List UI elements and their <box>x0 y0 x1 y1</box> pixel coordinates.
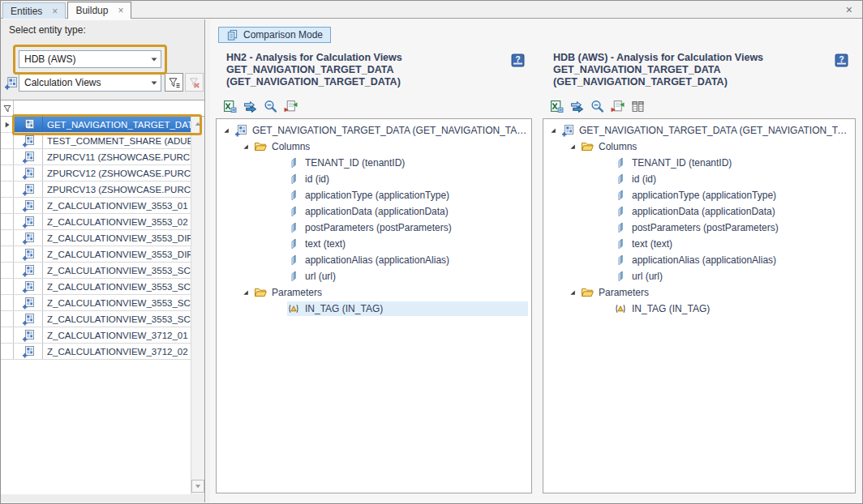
entity-list-item[interactable]: Z_CALCULATIONVIEW_3553_DIRECT <box>1 246 191 263</box>
tab-buildup[interactable]: Buildup× <box>67 2 131 19</box>
export-excel-icon[interactable] <box>223 100 237 113</box>
tree-row-body: Parameters <box>254 285 528 300</box>
entity-list-item[interactable]: Z_CALCULATIONVIEW_3553_SCRIPT <box>1 279 191 295</box>
tree-group-columns[interactable]: Columns <box>543 139 855 155</box>
expand-toggle-icon[interactable] <box>567 141 578 152</box>
tree-item-node[interactable]: url (url) <box>217 268 531 284</box>
transfer-doc-icon[interactable] <box>611 100 625 113</box>
tree-item-label: Parameters <box>272 287 322 298</box>
comparison-pages-icon <box>226 29 238 41</box>
system-select[interactable]: HDB (AWS) <box>19 50 161 68</box>
entity-list-item[interactable]: Z_CALCULATIONVIEW_3712_02 (ZSF <box>1 344 191 360</box>
entity-list-item[interactable]: Z_CALCULATIONVIEW_3553_DIRECT <box>1 230 191 246</box>
entity-list-item[interactable]: Z_CALCULATIONVIEW_3553_01 (ZSF <box>1 198 191 214</box>
application-window: Entities×Buildup× × Select entity type: … <box>0 0 863 504</box>
sync-arrows-icon[interactable] <box>570 100 584 113</box>
tree-row-body: id (id) <box>287 172 528 186</box>
expand-toggle-icon[interactable] <box>221 125 232 136</box>
zoom-out-icon[interactable] <box>264 100 277 113</box>
tree-item-label: applicationAlias (applicationAlias) <box>305 254 449 266</box>
tab-entities[interactable]: Entities× <box>2 2 66 19</box>
tree-item-node[interactable]: IN_TAG (IN_TAG) <box>217 301 531 317</box>
entity-list-item[interactable]: Z_CALCULATIONVIEW_3553_SCRIPT <box>1 263 191 279</box>
help-icon[interactable]: ? <box>511 53 525 67</box>
entity-list-item[interactable]: ZPURCV13 (ZSHOWCASE.PURCHASIN <box>1 182 191 198</box>
tab-close-icon[interactable]: × <box>52 6 58 16</box>
tree-item-node[interactable]: applicationAlias (applicationAlias) <box>217 252 531 268</box>
expand-toggle-icon[interactable] <box>240 287 251 298</box>
tree-root-node[interactable]: GET_NAVIGATION_TARGET_DATA (GET_NAVIGATI… <box>543 122 855 139</box>
expand-toggle-icon[interactable] <box>240 141 251 152</box>
scroll-down-button[interactable] <box>191 480 204 493</box>
window-close-icon[interactable]: × <box>846 3 852 16</box>
tree-item-node[interactable]: applicationType (applicationType) <box>543 187 855 203</box>
tree-row-body: applicationType (applicationType) <box>614 188 852 203</box>
parameter-icon <box>287 302 300 315</box>
tab-close-icon[interactable]: × <box>118 6 123 15</box>
row-indicator <box>1 279 14 294</box>
toggle-spacer <box>600 206 612 217</box>
tree-item-node[interactable]: TENANT_ID (tenantID) <box>543 155 855 171</box>
column-icon <box>614 270 627 283</box>
expand-toggle-icon[interactable] <box>547 125 559 136</box>
tab-bar: Entities×Buildup× × <box>1 1 862 19</box>
transfer-doc-icon[interactable] <box>284 100 298 113</box>
scrollbar[interactable] <box>191 117 204 494</box>
tree-item-node[interactable]: applicationData (applicationData) <box>217 203 531 220</box>
tree-item-node[interactable]: postParameters (postParameters) <box>217 220 531 236</box>
tree-row-body: Columns <box>581 139 852 154</box>
calculation-view-icon <box>22 345 35 358</box>
tree-row-body: text (text) <box>287 237 528 251</box>
tree-row-body: GET_NAVIGATION_TARGET_DATA (GET_NAVIGATI… <box>561 123 852 138</box>
folder-open-icon <box>581 140 594 153</box>
tree-item-node[interactable]: applicationData (applicationData) <box>543 203 855 220</box>
tree-item-node[interactable]: text (text) <box>543 236 855 252</box>
column-icon <box>287 173 300 186</box>
tree-row-body: IN_TAG (IN_TAG) <box>614 301 852 316</box>
grid-view-icon[interactable] <box>631 100 645 113</box>
help-icon[interactable]: ? <box>835 53 848 67</box>
zoom-out-icon[interactable] <box>590 100 604 113</box>
entity-list-item[interactable]: GET_NAVIGATION_TARGET_DATA (s <box>1 117 191 133</box>
entity-type-label: Select entity type: <box>1 19 204 36</box>
comparison-mode-button[interactable]: Comparison Mode <box>218 27 331 43</box>
tree-group-parameters[interactable]: Parameters <box>543 284 855 301</box>
tree-item-node[interactable]: url (url) <box>543 268 855 284</box>
tree-item-node[interactable]: text (text) <box>217 236 531 252</box>
comparison-mode-label: Comparison Mode <box>243 29 323 41</box>
entity-list-item[interactable]: ZPURCV11 (ZSHOWCASE.PURCHASIN <box>1 149 191 165</box>
tree-item-node[interactable]: applicationType (applicationType) <box>217 187 531 203</box>
tree-root-node[interactable]: GET_NAVIGATION_TARGET_DATA (GET_NAVIGATI… <box>217 122 531 139</box>
tree-item-node[interactable]: postParameters (postParameters) <box>543 220 855 236</box>
entity-list-item[interactable]: TEST_COMMENT_SHARE (ADUERRST <box>1 133 191 149</box>
clear-filter-button[interactable] <box>185 73 204 92</box>
entity-list-item[interactable]: Z_CALCULATIONVIEW_3553_02 (ZSF <box>1 214 191 230</box>
tree-group-columns[interactable]: Columns <box>217 139 531 155</box>
entity-list-item[interactable]: Z_CALCULATIONVIEW_3553_SCRIPT <box>1 311 191 327</box>
svg-text:?: ? <box>515 55 520 64</box>
filter-button[interactable] <box>165 73 183 92</box>
sync-arrows-icon[interactable] <box>243 100 257 113</box>
tree-item-node[interactable]: IN_TAG (IN_TAG) <box>543 301 855 317</box>
grid-filter-row[interactable] <box>1 100 204 117</box>
scroll-up-button[interactable] <box>191 117 204 130</box>
panel-title-line: HDB (AWS) - Analysis for Calculation Vie… <box>553 52 830 64</box>
tree-item-node[interactable]: applicationAlias (applicationAlias) <box>543 252 855 268</box>
tree-item-node[interactable]: id (id) <box>217 171 531 187</box>
entity-list-item[interactable]: Z_CALCULATIONVIEW_3712_01 (ZSF <box>1 327 191 344</box>
panel-title-line: HN2 - Analysis for Calculation Views <box>226 52 506 64</box>
expand-toggle-icon[interactable] <box>567 287 578 298</box>
entity-list-item[interactable]: Z_CALCULATIONVIEW_3553_SCRIPT <box>1 295 191 311</box>
column-icon <box>287 156 300 169</box>
calculation-view-icon <box>22 216 35 229</box>
tree-group-parameters[interactable]: Parameters <box>217 284 531 301</box>
entity-select[interactable]: Calculation Views <box>19 74 161 92</box>
export-excel-icon[interactable] <box>550 100 564 113</box>
entity-list-item[interactable]: ZPURCV12 (ZSHOWCASE.PURCHASIN <box>1 165 191 182</box>
tree-row-body: TENANT_ID (tenantID) <box>614 156 852 170</box>
tree-item-node[interactable]: id (id) <box>543 171 855 187</box>
calculation-view-icon <box>22 329 35 342</box>
tree-item-node[interactable]: TENANT_ID (tenantID) <box>217 155 531 171</box>
entity-icon-cell <box>14 214 43 229</box>
scroll-up-icon <box>193 119 203 129</box>
